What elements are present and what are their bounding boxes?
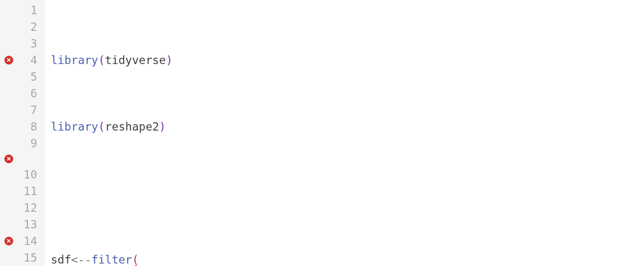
token-operator: <-- bbox=[71, 251, 92, 266]
token-function: library bbox=[51, 52, 98, 68]
gutter-row[interactable]: 2 bbox=[0, 19, 45, 35]
token-function: filter bbox=[91, 251, 132, 266]
code-line[interactable] bbox=[51, 185, 644, 201]
gutter-row[interactable] bbox=[0, 152, 45, 166]
gutter-row[interactable]: 5 bbox=[0, 68, 45, 85]
gutter-row[interactable]: 6 bbox=[0, 85, 45, 102]
line-number: 8 bbox=[18, 118, 45, 135]
gutter-row[interactable]: 12 bbox=[0, 200, 45, 216]
line-number: 13 bbox=[18, 216, 45, 233]
gutter-marker[interactable] bbox=[0, 237, 18, 245]
gutter-row[interactable]: 9 bbox=[0, 135, 45, 152]
gutter-row[interactable]: 1 bbox=[0, 2, 45, 19]
line-number: 3 bbox=[18, 35, 45, 52]
token-function: library bbox=[51, 118, 98, 135]
gutter-row[interactable]: 8 bbox=[0, 118, 45, 135]
line-number: 10 bbox=[18, 166, 45, 183]
gutter-row[interactable]: 7 bbox=[0, 102, 45, 118]
token-arg: reshape2 bbox=[105, 118, 159, 135]
token-paren-open: ( bbox=[98, 52, 105, 68]
line-number: 9 bbox=[18, 135, 45, 152]
line-number: 5 bbox=[18, 68, 45, 85]
gutter-row[interactable]: 10 bbox=[0, 166, 45, 183]
gutter-row[interactable]: 4 bbox=[0, 52, 45, 68]
gutter-row[interactable]: 11 bbox=[0, 183, 45, 200]
gutter: 1 2 3 4 5 6 7 8 bbox=[0, 0, 45, 266]
gutter-row[interactable]: 3 bbox=[0, 35, 45, 52]
token-paren-open: ( bbox=[132, 251, 139, 266]
code-line[interactable]: library(tidyverse) bbox=[51, 52, 644, 68]
gutter-marker[interactable] bbox=[0, 155, 18, 163]
error-icon[interactable] bbox=[4, 56, 13, 65]
token-paren-close: ) bbox=[159, 118, 166, 135]
line-number: 12 bbox=[18, 200, 45, 216]
line-number: 2 bbox=[18, 19, 45, 35]
token-arg: tidyverse bbox=[105, 52, 166, 68]
gutter-marker[interactable] bbox=[0, 56, 18, 65]
token-paren-open: ( bbox=[98, 118, 105, 135]
gutter-row[interactable]: 15 bbox=[0, 249, 45, 266]
line-number: 1 bbox=[18, 2, 45, 19]
gutter-row[interactable]: 14 bbox=[0, 233, 45, 249]
error-icon[interactable] bbox=[4, 155, 13, 163]
line-number: 11 bbox=[18, 183, 45, 200]
code-area[interactable]: library(tidyverse) library(reshape2) sdf… bbox=[45, 0, 644, 266]
line-number: 15 bbox=[18, 249, 45, 266]
code-line[interactable]: sdf<--filter( bbox=[51, 251, 644, 266]
line-number: 14 bbox=[18, 233, 45, 249]
gutter-row[interactable]: 13 bbox=[0, 216, 45, 233]
line-number: 6 bbox=[18, 85, 45, 102]
token-identifier: sdf bbox=[51, 251, 71, 266]
code-editor: 1 2 3 4 5 6 7 8 bbox=[0, 0, 644, 266]
token-paren-close: ) bbox=[166, 52, 172, 68]
error-icon[interactable] bbox=[4, 237, 13, 245]
code-line[interactable]: library(reshape2) bbox=[51, 118, 644, 135]
line-number: 7 bbox=[18, 102, 45, 118]
line-number: 4 bbox=[18, 52, 45, 68]
